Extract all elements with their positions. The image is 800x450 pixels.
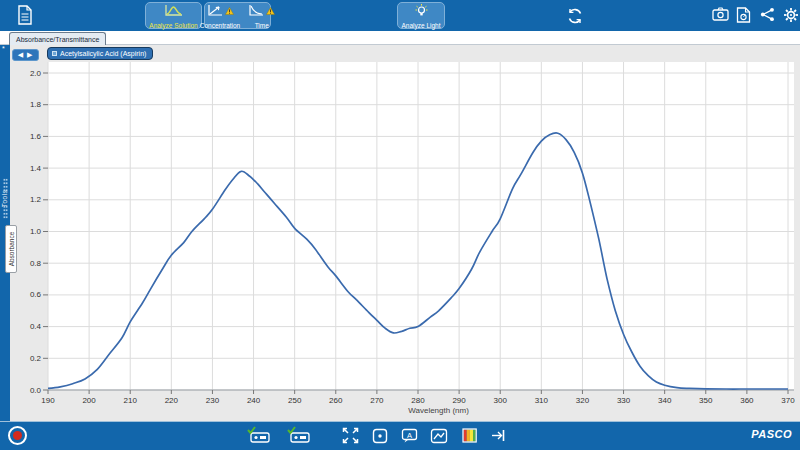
svg-text:350: 350 (699, 396, 713, 405)
svg-text:280: 280 (411, 396, 425, 405)
spectrometer-check-icon[interactable] (247, 426, 271, 448)
svg-text:1.8: 1.8 (30, 100, 42, 109)
light-bulb-icon (414, 3, 429, 21)
svg-text:1.2: 1.2 (30, 195, 42, 204)
analyze-solution-label: Analyze Solution (149, 22, 197, 29)
svg-text:330: 330 (617, 396, 631, 405)
analyze-solution-chart-icon (164, 3, 184, 21)
box-target-icon[interactable] (372, 428, 388, 448)
spectrometer-check-icon[interactable] (287, 426, 311, 448)
warning-triangle-icon (266, 1, 275, 19)
svg-text:190: 190 (41, 396, 55, 405)
svg-text:230: 230 (206, 396, 220, 405)
scale-to-fit-icon[interactable] (341, 426, 360, 449)
annotation-icon[interactable]: A (401, 428, 418, 448)
tab-strip: Absorbance/Transmittance (0, 31, 800, 45)
legend-run-selector[interactable]: Acetylsalicylic Acid (Aspirin) (47, 47, 153, 60)
svg-text:370: 370 (781, 396, 795, 405)
svg-text:220: 220 (165, 396, 179, 405)
legend-nav-arrows[interactable]: ◀ ▶ (12, 49, 39, 61)
svg-text:200: 200 (82, 396, 96, 405)
svg-text:1.0: 1.0 (30, 227, 42, 236)
color-bars-icon[interactable] (461, 427, 478, 448)
svg-text:1.4: 1.4 (30, 164, 42, 173)
refresh-icon[interactable] (566, 7, 584, 29)
concentration-button[interactable]: Concentration (196, 3, 244, 28)
graph-tool-icon[interactable] (430, 428, 448, 448)
tab-label: Absorbance/Transmittance (16, 36, 99, 43)
warning-triangle-icon (225, 1, 234, 19)
svg-text:1.6: 1.6 (30, 132, 42, 141)
svg-text:0.4: 0.4 (30, 322, 42, 331)
tools-label: Tools (2, 189, 9, 207)
time-button[interactable]: Time (244, 3, 279, 28)
record-dot-icon (13, 431, 22, 440)
concentration-time-group: Concentration (204, 2, 271, 29)
top-toolbar: Analyze Solution (0, 0, 800, 31)
analyze-light-label: Analyze Light (401, 22, 440, 29)
svg-text:210: 210 (124, 396, 138, 405)
svg-text:260: 260 (329, 396, 343, 405)
legend-label: Acetylsalicylic Acid (Aspirin) (60, 50, 146, 57)
gear-icon[interactable] (783, 7, 799, 27)
svg-text:A: A (407, 431, 412, 440)
bottom-toolbar (0, 421, 800, 450)
legend-checkbox-icon (52, 51, 57, 56)
svg-text:360: 360 (740, 396, 754, 405)
svg-text:0.8: 0.8 (30, 259, 42, 268)
analyze-solution-button[interactable]: Analyze Solution (145, 2, 202, 29)
record-button[interactable] (8, 426, 27, 445)
svg-text:250: 250 (288, 396, 302, 405)
document-menu-icon[interactable] (17, 5, 33, 29)
svg-text:0.0: 0.0 (30, 386, 42, 395)
tab-absorbance-transmittance[interactable]: Absorbance/Transmittance (9, 32, 106, 45)
spectrum-chart[interactable]: 1902002102202302402502602702802903003103… (10, 45, 800, 421)
pasco-logo: PASCO (751, 428, 792, 440)
svg-text:270: 270 (370, 396, 384, 405)
time-chart-icon (248, 3, 264, 21)
left-right-arrows-icon: ◀ ▶ (18, 51, 34, 58)
svg-text:240: 240 (247, 396, 261, 405)
svg-text:300: 300 (494, 396, 508, 405)
strip-asterisk: * (2, 45, 5, 52)
concentration-chart-icon (207, 3, 223, 21)
svg-text:0.6: 0.6 (30, 290, 42, 299)
spectrometry-app-window: Analyze Solution (0, 0, 800, 450)
concentration-label: Concentration (200, 22, 240, 29)
camera-icon[interactable] (712, 7, 729, 25)
analyze-light-button[interactable]: Analyze Light (397, 2, 445, 29)
svg-text:320: 320 (576, 396, 590, 405)
svg-text:340: 340 (658, 396, 672, 405)
export-page-icon[interactable] (736, 7, 751, 27)
y-axis-label[interactable]: Absorbance (5, 225, 17, 273)
svg-text:0.2: 0.2 (30, 354, 42, 363)
data-entry-icon[interactable] (491, 428, 508, 447)
svg-text:310: 310 (535, 396, 549, 405)
svg-text:Wavelength (nm): Wavelength (nm) (408, 406, 469, 415)
svg-text:2.0: 2.0 (30, 69, 42, 78)
share-icon[interactable] (760, 7, 775, 26)
svg-text:290: 290 (452, 396, 466, 405)
time-label: Time (255, 22, 269, 29)
